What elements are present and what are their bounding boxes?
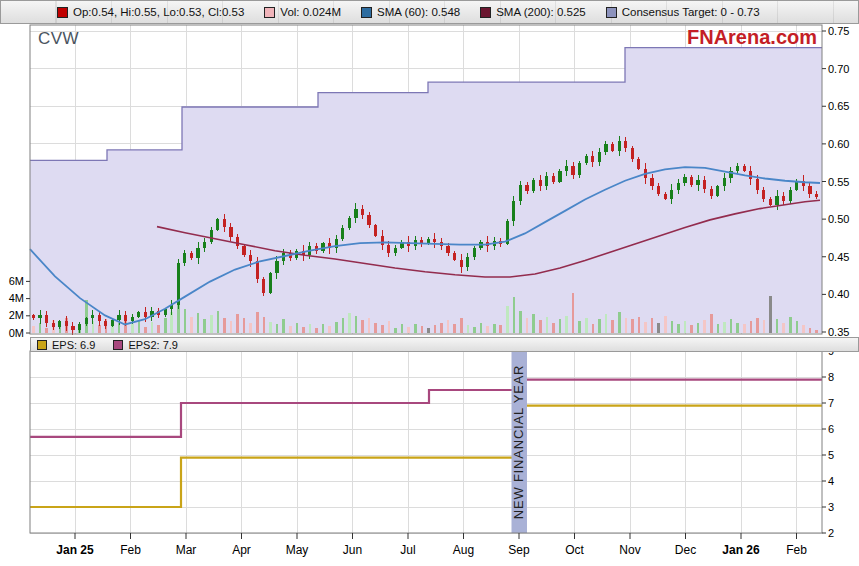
svg-text:0.55: 0.55	[828, 176, 849, 188]
volume-label: Vol: 0.024M	[280, 6, 341, 18]
month-label: Feb	[786, 543, 807, 557]
svg-text:4: 4	[828, 475, 834, 487]
svg-text:0.50: 0.50	[828, 213, 849, 225]
volume-swatch-icon	[264, 7, 275, 18]
legend-item-sma200: SMA (200): 0.525	[480, 6, 586, 18]
svg-text:2M: 2M	[9, 309, 24, 321]
legend-item-consensus-target: Consensus Target: 0 - 0.73	[606, 6, 760, 18]
eps-swatch-icon	[37, 340, 47, 350]
consensus-target-swatch-icon	[606, 7, 617, 18]
ohlc-label: Op:0.54, Hi:0.55, Lo:0.53, Cl:0.53	[73, 6, 244, 18]
svg-text:0.65: 0.65	[828, 100, 849, 112]
ohlc-swatch-icon	[57, 7, 68, 18]
legend-item-sma60: SMA (60): 0.548	[361, 6, 460, 18]
svg-text:6M: 6M	[9, 275, 24, 287]
month-label: Jun	[343, 543, 362, 557]
eps-panel-bg	[30, 351, 822, 533]
svg-text:6: 6	[828, 423, 834, 435]
svg-text:0.45: 0.45	[828, 251, 849, 263]
x-axis-labels: Jan 25FebMarAprMayJunJulAugSepOctNovDecJ…	[56, 533, 807, 557]
svg-text:2: 2	[828, 527, 834, 539]
legend-item-volume: Vol: 0.024M	[264, 6, 341, 18]
legend-item-ohlc: Op:0.54, Hi:0.55, Lo:0.53, Cl:0.53	[57, 6, 244, 18]
month-label: Jan 25	[56, 543, 94, 557]
svg-text:0M: 0M	[9, 327, 24, 339]
svg-text:7: 7	[828, 397, 834, 409]
volume-axis-labels: 6M4M2M0M	[9, 275, 30, 339]
month-label: Jan 26	[722, 543, 760, 557]
nfy-band: NEW FINANCIAL YEAR	[511, 351, 527, 533]
eps2-swatch-icon	[113, 340, 123, 350]
svg-text:5: 5	[828, 449, 834, 461]
consensus-target-label: Consensus Target: 0 - 0.73	[622, 6, 760, 18]
sma200-swatch-icon	[480, 7, 491, 18]
legend-item-eps: EPS: 6.9	[37, 339, 95, 351]
sma60-label: SMA (60): 0.548	[377, 6, 460, 18]
legend-item-eps2: EPS2: 7.9	[113, 339, 178, 351]
month-label: Apr	[232, 543, 251, 557]
nfy-annotation: NEW FINANCIAL YEAR	[511, 365, 526, 520]
price-legend-bar: Op:0.54, Hi:0.55, Lo:0.53, Cl:0.53Vol: 0…	[0, 0, 859, 24]
month-label: May	[286, 543, 309, 557]
eps-axis-labels: 98765432	[822, 345, 834, 539]
month-label: Nov	[619, 543, 640, 557]
month-label: Aug	[453, 543, 474, 557]
fnarena-logo[interactable]: FNArena.com	[687, 26, 817, 49]
price-axis-labels: 0.750.700.650.600.550.500.450.400.35	[822, 25, 849, 338]
sma200-label: SMA (200): 0.525	[496, 6, 586, 18]
svg-text:3: 3	[828, 501, 834, 513]
month-label: Jul	[400, 543, 415, 557]
svg-text:0.70: 0.70	[828, 63, 849, 75]
month-label: Mar	[176, 543, 197, 557]
ticker-symbol: CVW	[38, 29, 79, 49]
eps-legend-bar: EPS: 6.9EPS2: 7.9	[30, 337, 859, 352]
svg-text:0.60: 0.60	[828, 138, 849, 150]
sma60-swatch-icon	[361, 7, 372, 18]
month-label: Feb	[120, 543, 141, 557]
svg-text:8: 8	[828, 371, 834, 383]
month-label: Dec	[675, 543, 696, 557]
eps2-label: EPS2: 7.9	[128, 339, 178, 351]
svg-text:0.40: 0.40	[828, 288, 849, 300]
svg-text:0.75: 0.75	[828, 25, 849, 37]
month-label: Sep	[508, 543, 530, 557]
svg-text:4M: 4M	[9, 292, 24, 304]
stock-chart: 0.750.700.650.600.550.500.450.400.356M4M…	[0, 0, 859, 566]
eps-label: EPS: 6.9	[52, 339, 95, 351]
month-label: Oct	[565, 543, 584, 557]
